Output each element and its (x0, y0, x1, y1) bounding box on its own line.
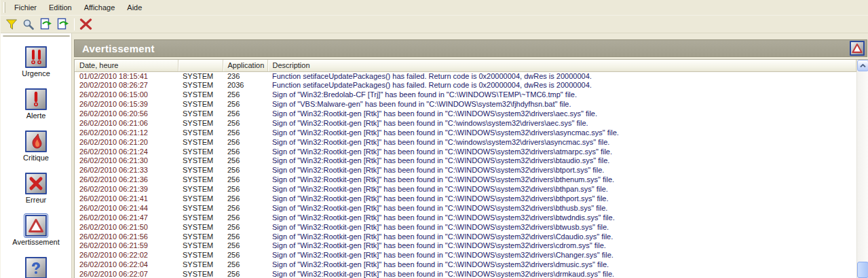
exclamation-icon (25, 88, 47, 110)
cell-application: 256 (223, 251, 267, 260)
table-row[interactable]: 26/02/2010 06:21:56 SYSTEM 256 Sign of "… (75, 232, 856, 241)
cell-application: 256 (223, 185, 267, 194)
cell-description: Function setifaceUpdatePackages() has fa… (267, 71, 856, 81)
cell-user: SYSTEM (178, 213, 223, 222)
search-button[interactable] (20, 17, 37, 32)
cell-description: Sign of "Win32:Rootkit-gen [Rtk]" has be… (267, 194, 856, 204)
table-row[interactable]: 26/02/2010 06:21:39 SYSTEM 256 Sign of "… (75, 185, 856, 194)
table-row[interactable]: 26/02/2010 06:21:30 SYSTEM 256 Sign of "… (75, 156, 856, 166)
table-row[interactable]: 26/02/2010 06:21:20 SYSTEM 256 Sign of "… (75, 137, 856, 147)
menu-fichier[interactable]: Fichier (8, 1, 43, 14)
table-row[interactable]: 26/02/2010 06:22:04 SYSTEM 256 Sign of "… (75, 260, 856, 270)
cell-date: 26/02/2010 06:21:56 (75, 232, 178, 241)
warning-triangle-icon (25, 215, 47, 237)
warning-triangle-indicator-icon (850, 41, 865, 56)
table-row[interactable]: 26/02/2010 06:21:24 SYSTEM 256 Sign of "… (75, 147, 856, 156)
table-row[interactable]: 26/02/2010 06:21:47 SYSTEM 256 Sign of "… (75, 213, 856, 222)
error-cross-icon (25, 173, 47, 194)
cell-date: 26/02/2010 06:21:39 (75, 185, 178, 194)
scroll-up-button[interactable] (857, 60, 868, 71)
export-button[interactable] (37, 17, 54, 32)
cell-application: 256 (223, 147, 267, 156)
sidebar-item-alerte[interactable]: Alerte (25, 88, 47, 120)
table-row[interactable]: 26/02/2010 06:21:50 SYSTEM 256 Sign of "… (75, 222, 856, 232)
scrollbar-thumb[interactable] (857, 262, 868, 278)
menu-edition[interactable]: Edition (43, 1, 78, 14)
cell-date: 20/02/2010 08:26:27 (75, 81, 178, 90)
cell-user: SYSTEM (178, 166, 223, 175)
cell-description: Sign of "Win32:Rootkit-gen [Rtk]" has be… (267, 260, 856, 270)
cell-description: Sign of "Win32:Rootkit-gen [Rtk]" has be… (267, 270, 856, 278)
menu-affichage[interactable]: Affichage (78, 1, 121, 14)
table-row[interactable]: 26/02/2010 06:21:41 SYSTEM 256 Sign of "… (75, 194, 856, 204)
cell-application: 256 (223, 109, 267, 119)
sidebar-item-label: Critique (23, 154, 49, 162)
cell-user: SYSTEM (178, 109, 223, 119)
cell-date: 26/02/2010 06:21:47 (75, 213, 178, 222)
table-row[interactable]: 26/02/2010 06:21:12 SYSTEM 256 Sign of "… (75, 128, 856, 137)
cell-description: Sign of "Win32:Rootkit-gen [Rtk]" has be… (267, 251, 856, 260)
cell-date: 26/02/2010 06:20:56 (75, 109, 178, 119)
sidebar-item-avertissement[interactable]: Avertissement (12, 215, 60, 246)
table-row[interactable]: 26/02/2010 06:21:36 SYSTEM 256 Sign of "… (75, 175, 856, 185)
sidebar-item-critique[interactable]: Critique (23, 131, 49, 162)
cell-application: 256 (223, 241, 267, 251)
export-all-button[interactable] (54, 17, 71, 32)
table-row[interactable]: 26/02/2010 06:21:33 SYSTEM 256 Sign of "… (75, 166, 856, 175)
export-icon (39, 18, 52, 31)
cell-application: 256 (223, 203, 267, 213)
panel-title: Avertissement (75, 43, 155, 54)
content-area: Exécution du pr... Urgence Alerte (1, 33, 868, 278)
cell-application: 256 (223, 90, 267, 100)
table-row[interactable]: 26/02/2010 06:15:39 SYSTEM 256 Sign of "… (75, 100, 856, 109)
table-row[interactable]: 26/02/2010 06:21:06 SYSTEM 256 Sign of "… (75, 118, 856, 128)
cell-description: Sign of "Win32:Rootkit-gen [Rtk]" has be… (267, 128, 856, 137)
category-sidebar: Exécution du pr... Urgence Alerte (1, 33, 72, 278)
column-header-description[interactable]: Description (267, 60, 856, 71)
table-row[interactable]: 26/02/2010 06:21:59 SYSTEM 256 Sign of "… (75, 241, 856, 251)
column-header-user[interactable] (178, 60, 223, 71)
menu-aide[interactable]: Aide (121, 1, 148, 14)
filter-button[interactable] (3, 17, 20, 32)
cell-date: 26/02/2010 06:15:00 (75, 90, 178, 100)
cell-user: SYSTEM (178, 260, 223, 270)
cell-description: Sign of "Win32:Rootkit-gen [Rtk]" has be… (267, 203, 856, 213)
cell-user: SYSTEM (178, 147, 223, 156)
sidebar-header-button[interactable]: Exécution du pr... (3, 35, 70, 37)
cell-date: 26/02/2010 06:21:36 (75, 175, 178, 185)
cell-description: Sign of "VBS:Malware-gen" has been found… (267, 100, 856, 109)
cell-user: SYSTEM (178, 222, 223, 232)
cell-date: 26/02/2010 06:21:41 (75, 194, 178, 204)
sidebar-item-erreur[interactable]: Erreur (25, 173, 47, 204)
log-table: Date, heure Application Description 01/0… (75, 60, 856, 278)
cell-application: 256 (223, 270, 267, 278)
cell-application: 256 (223, 194, 267, 204)
sidebar-item-note[interactable] (25, 257, 47, 278)
table-row[interactable]: 20/02/2010 08:26:27 SYSTEM 2036 Function… (75, 81, 856, 90)
table-row[interactable]: 26/02/2010 06:22:07 SYSTEM 256 Sign of "… (75, 270, 856, 278)
cell-description: Sign of "Win32:Rootkit-gen [Rtk]" has be… (267, 166, 856, 175)
export-all-icon (56, 18, 69, 31)
cell-description: Sign of "Win32:Rootkit-gen [Rtk]" has be… (267, 156, 856, 166)
cell-description: Sign of "Win32:Rootkit-gen [Rtk]" has be… (267, 241, 856, 251)
vertical-scrollbar[interactable] (856, 60, 868, 278)
cell-date: 26/02/2010 06:21:44 (75, 203, 178, 213)
sidebar-item-urgence[interactable]: Urgence (22, 46, 50, 77)
table-row[interactable]: 26/02/2010 06:15:00 SYSTEM 256 Sign of "… (75, 90, 856, 100)
cell-description: Function setifaceUpdatePackages() has fa… (267, 81, 856, 90)
cell-description: Sign of "Win32:Rootkit-gen [Rtk]" has be… (267, 109, 856, 119)
cell-date: 26/02/2010 06:21:50 (75, 222, 178, 232)
table-row[interactable]: 01/02/2010 18:15:41 SYSTEM 236 Function … (75, 71, 856, 81)
column-header-date[interactable]: Date, heure (75, 60, 178, 71)
table-row[interactable]: 26/02/2010 06:22:02 SYSTEM 256 Sign of "… (75, 251, 856, 260)
table-row[interactable]: 26/02/2010 06:21:44 SYSTEM 256 Sign of "… (75, 203, 856, 213)
column-header-application[interactable]: Application (223, 60, 267, 71)
cell-date: 26/02/2010 06:15:39 (75, 100, 178, 109)
cell-user: SYSTEM (178, 118, 223, 128)
cell-date: 26/02/2010 06:22:04 (75, 260, 178, 270)
cell-date: 26/02/2010 06:22:07 (75, 270, 178, 278)
cell-user: SYSTEM (178, 90, 223, 100)
cell-application: 256 (223, 118, 267, 128)
delete-button[interactable] (77, 17, 94, 32)
table-row[interactable]: 26/02/2010 06:20:56 SYSTEM 256 Sign of "… (75, 109, 856, 119)
